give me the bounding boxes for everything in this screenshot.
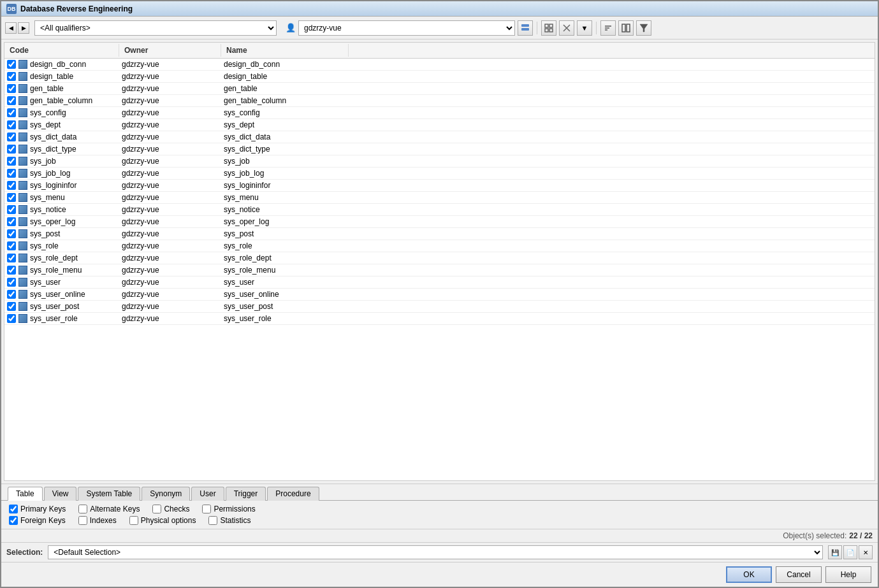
checkbox-permissions[interactable] [202,505,211,513]
row-checkbox[interactable] [7,157,16,166]
row-owner: gdzrzy-vue [119,133,221,141]
row-checkbox[interactable] [7,314,16,323]
row-checkbox[interactable] [7,254,16,262]
row-checkbox[interactable] [7,302,16,311]
checkbox-primary_keys[interactable] [9,505,18,513]
option-permissions: Permissions [202,505,255,513]
checkbox-foreign_keys[interactable] [9,516,18,525]
table-row[interactable]: sys_user_online gdzrzy-vue sys_user_onli… [4,289,875,301]
row-owner: gdzrzy-vue [119,108,221,117]
table-row[interactable]: sys_dept gdzrzy-vue sys_dept [4,119,875,131]
row-checkbox[interactable] [7,229,16,238]
table-row[interactable]: sys_logininfor gdzrzy-vue sys_logininfor [4,180,875,192]
qualifier-select[interactable]: <All qualifiers> [34,20,277,36]
row-checkbox[interactable] [7,145,16,154]
nav-back-button[interactable]: ◀ [5,22,17,34]
table-row[interactable]: sys_job_log gdzrzy-vue sys_job_log [4,168,875,180]
selection-select[interactable]: <Default Selection> [48,545,823,559]
row-checkbox[interactable] [7,266,16,275]
tab-table[interactable]: Table [8,487,43,501]
col-header-code: Code [4,44,119,57]
objects-selected-label: Object(s) selected: [783,531,846,540]
table-row[interactable]: sys_dict_data gdzrzy-vue sys_dict_data [4,131,875,143]
svg-rect-0 [521,24,529,27]
row-checkbox[interactable] [7,278,16,287]
checkbox-alternate_keys[interactable] [78,505,87,513]
table-row[interactable]: sys_oper_log gdzrzy-vue sys_oper_log [4,216,875,228]
tab-procedure[interactable]: Procedure [267,487,319,501]
selection-delete-button[interactable]: ✕ [859,545,873,559]
table-row[interactable]: sys_user gdzrzy-vue sys_user [4,276,875,289]
label-indexes: Indexes [90,516,117,525]
table-row-icon [18,60,27,69]
table-row[interactable]: sys_dict_type gdzrzy-vue sys_dict_type [4,143,875,155]
options-row-2: Foreign Keys Indexes Physical options St… [9,516,870,525]
tab-view[interactable]: View [44,487,77,501]
row-code: sys_user_post [30,302,79,311]
option-foreign_keys: Foreign Keys [9,516,66,525]
row-checkbox[interactable] [7,108,16,117]
row-checkbox[interactable] [7,96,16,105]
row-checkbox[interactable] [7,290,16,299]
row-name: design_db_conn [221,60,349,69]
table-row-icon [18,72,27,81]
connection-select[interactable]: gdzrzy-vue [298,20,515,36]
table-row[interactable]: sys_role gdzrzy-vue sys_role [4,240,875,252]
table-row[interactable]: design_table gdzrzy-vue design_table [4,71,875,83]
tab-synonym[interactable]: Synonym [142,487,190,501]
table-row[interactable]: sys_config gdzrzy-vue sys_config [4,107,875,119]
row-checkbox[interactable] [7,72,16,81]
table-row[interactable]: design_db_conn gdzrzy-vue design_db_conn [4,59,875,71]
table-row[interactable]: sys_role_menu gdzrzy-vue sys_role_menu [4,264,875,276]
filter-button[interactable] [636,20,651,36]
table-row[interactable]: sys_job gdzrzy-vue sys_job [4,155,875,168]
label-primary_keys: Primary Keys [20,505,66,513]
main-content: Code Owner Name design_db_conn gdzrzy-vu… [4,42,875,481]
label-checks: Checks [164,505,189,513]
tab-system-table[interactable]: System Table [78,487,140,501]
tab-trigger[interactable]: Trigger [226,487,266,501]
selection-new-button[interactable]: 📄 [843,545,857,559]
ok-button[interactable]: OK [726,566,772,583]
select-all-button[interactable] [541,20,556,36]
table-row[interactable]: sys_post gdzrzy-vue sys_post [4,228,875,240]
row-owner: gdzrzy-vue [119,254,221,262]
row-checkbox[interactable] [7,133,16,141]
row-checkbox[interactable] [7,169,16,178]
dropdown-button[interactable]: ▼ [577,20,592,36]
row-owner: gdzrzy-vue [119,157,221,166]
cancel-button[interactable]: Cancel [776,566,822,583]
row-code: design_table [30,72,73,81]
table-row[interactable]: sys_user_post gdzrzy-vue sys_user_post [4,301,875,313]
row-checkbox[interactable] [7,217,16,226]
table-row[interactable]: sys_user_role gdzrzy-vue sys_user_role [4,313,875,325]
tab-user[interactable]: User [191,487,224,501]
row-checkbox[interactable] [7,205,16,214]
checkbox-statistics[interactable] [208,516,217,525]
nav-forward-button[interactable]: ▶ [18,22,29,34]
label-alternate_keys: Alternate Keys [90,505,140,513]
action-bar: OK Cancel Help [1,562,878,587]
table-row[interactable]: sys_notice gdzrzy-vue sys_notice [4,204,875,216]
table-row[interactable]: gen_table_column gdzrzy-vue gen_table_co… [4,95,875,107]
columns-button[interactable] [618,20,634,36]
table-row[interactable]: sys_role_dept gdzrzy-vue sys_role_dept [4,252,875,264]
checkbox-checks[interactable] [152,505,161,513]
checkbox-indexes[interactable] [78,516,87,525]
selection-save-button[interactable]: 💾 [828,545,842,559]
checkbox-physical_options[interactable] [129,516,138,525]
row-checkbox[interactable] [7,193,16,202]
row-checkbox[interactable] [7,60,16,69]
connection-manage-button[interactable] [518,20,533,36]
row-checkbox[interactable] [7,84,16,93]
app-icon: DB [6,4,17,14]
help-button[interactable]: Help [825,566,871,583]
sort-button[interactable] [600,20,616,36]
table-row[interactable]: gen_table gdzrzy-vue gen_table [4,83,875,95]
row-checkbox[interactable] [7,241,16,250]
table-row[interactable]: sys_menu gdzrzy-vue sys_menu [4,192,875,204]
row-checkbox[interactable] [7,181,16,190]
row-name: sys_role_dept [221,254,349,262]
deselect-all-button[interactable] [559,20,574,36]
row-checkbox[interactable] [7,120,16,129]
